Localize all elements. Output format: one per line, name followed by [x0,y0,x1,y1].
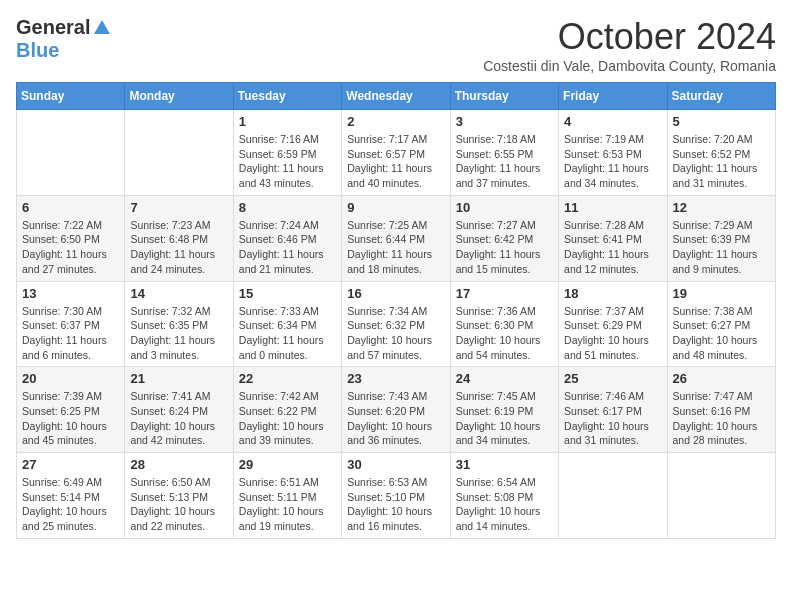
day-number: 19 [673,286,770,301]
month-title: October 2024 [483,16,776,58]
day-info: Sunrise: 7:29 AMSunset: 6:39 PMDaylight:… [673,218,770,277]
day-info: Sunrise: 7:27 AMSunset: 6:42 PMDaylight:… [456,218,553,277]
day-info: Sunrise: 7:34 AMSunset: 6:32 PMDaylight:… [347,304,444,363]
svg-marker-0 [94,20,110,34]
day-info: Sunrise: 7:33 AMSunset: 6:34 PMDaylight:… [239,304,336,363]
day-number: 25 [564,371,661,386]
page-header: General Blue October 2024 Costestii din … [16,16,776,74]
day-number: 7 [130,200,227,215]
calendar-day-cell: 20Sunrise: 7:39 AMSunset: 6:25 PMDayligh… [17,367,125,453]
day-number: 1 [239,114,336,129]
day-info: Sunrise: 6:50 AMSunset: 5:13 PMDaylight:… [130,475,227,534]
calendar-day-cell: 25Sunrise: 7:46 AMSunset: 6:17 PMDayligh… [559,367,667,453]
day-of-week-header: Friday [559,83,667,110]
day-info: Sunrise: 7:18 AMSunset: 6:55 PMDaylight:… [456,132,553,191]
calendar-day-cell: 30Sunrise: 6:53 AMSunset: 5:10 PMDayligh… [342,453,450,539]
calendar-day-cell: 13Sunrise: 7:30 AMSunset: 6:37 PMDayligh… [17,281,125,367]
calendar-week-row: 6Sunrise: 7:22 AMSunset: 6:50 PMDaylight… [17,195,776,281]
day-info: Sunrise: 7:20 AMSunset: 6:52 PMDaylight:… [673,132,770,191]
day-info: Sunrise: 7:28 AMSunset: 6:41 PMDaylight:… [564,218,661,277]
day-number: 26 [673,371,770,386]
calendar-day-cell: 29Sunrise: 6:51 AMSunset: 5:11 PMDayligh… [233,453,341,539]
day-of-week-header: Tuesday [233,83,341,110]
calendar-day-cell: 14Sunrise: 7:32 AMSunset: 6:35 PMDayligh… [125,281,233,367]
calendar-day-cell: 5Sunrise: 7:20 AMSunset: 6:52 PMDaylight… [667,110,775,196]
calendar-week-row: 1Sunrise: 7:16 AMSunset: 6:59 PMDaylight… [17,110,776,196]
day-info: Sunrise: 7:41 AMSunset: 6:24 PMDaylight:… [130,389,227,448]
day-info: Sunrise: 6:53 AMSunset: 5:10 PMDaylight:… [347,475,444,534]
day-info: Sunrise: 7:42 AMSunset: 6:22 PMDaylight:… [239,389,336,448]
calendar-day-cell [125,110,233,196]
day-info: Sunrise: 7:32 AMSunset: 6:35 PMDaylight:… [130,304,227,363]
day-info: Sunrise: 6:51 AMSunset: 5:11 PMDaylight:… [239,475,336,534]
day-number: 17 [456,286,553,301]
day-number: 28 [130,457,227,472]
calendar-day-cell: 17Sunrise: 7:36 AMSunset: 6:30 PMDayligh… [450,281,558,367]
day-number: 31 [456,457,553,472]
day-info: Sunrise: 7:37 AMSunset: 6:29 PMDaylight:… [564,304,661,363]
calendar-table: SundayMondayTuesdayWednesdayThursdayFrid… [16,82,776,539]
day-of-week-header: Sunday [17,83,125,110]
day-number: 22 [239,371,336,386]
day-info: Sunrise: 7:46 AMSunset: 6:17 PMDaylight:… [564,389,661,448]
calendar-day-cell: 19Sunrise: 7:38 AMSunset: 6:27 PMDayligh… [667,281,775,367]
calendar-day-cell: 21Sunrise: 7:41 AMSunset: 6:24 PMDayligh… [125,367,233,453]
calendar-day-cell: 12Sunrise: 7:29 AMSunset: 6:39 PMDayligh… [667,195,775,281]
calendar-day-cell: 10Sunrise: 7:27 AMSunset: 6:42 PMDayligh… [450,195,558,281]
calendar-day-cell: 8Sunrise: 7:24 AMSunset: 6:46 PMDaylight… [233,195,341,281]
day-number: 15 [239,286,336,301]
day-info: Sunrise: 7:43 AMSunset: 6:20 PMDaylight:… [347,389,444,448]
day-info: Sunrise: 6:54 AMSunset: 5:08 PMDaylight:… [456,475,553,534]
day-number: 20 [22,371,119,386]
day-info: Sunrise: 7:19 AMSunset: 6:53 PMDaylight:… [564,132,661,191]
day-number: 16 [347,286,444,301]
calendar-day-cell: 18Sunrise: 7:37 AMSunset: 6:29 PMDayligh… [559,281,667,367]
day-number: 11 [564,200,661,215]
calendar-day-cell: 9Sunrise: 7:25 AMSunset: 6:44 PMDaylight… [342,195,450,281]
day-info: Sunrise: 7:47 AMSunset: 6:16 PMDaylight:… [673,389,770,448]
calendar-week-row: 13Sunrise: 7:30 AMSunset: 6:37 PMDayligh… [17,281,776,367]
day-info: Sunrise: 7:25 AMSunset: 6:44 PMDaylight:… [347,218,444,277]
day-number: 29 [239,457,336,472]
calendar-day-cell: 24Sunrise: 7:45 AMSunset: 6:19 PMDayligh… [450,367,558,453]
calendar-day-cell: 15Sunrise: 7:33 AMSunset: 6:34 PMDayligh… [233,281,341,367]
day-info: Sunrise: 7:36 AMSunset: 6:30 PMDaylight:… [456,304,553,363]
logo-general-text: General [16,16,90,39]
calendar-day-cell: 16Sunrise: 7:34 AMSunset: 6:32 PMDayligh… [342,281,450,367]
logo-blue-text: Blue [16,39,59,62]
day-number: 5 [673,114,770,129]
day-number: 12 [673,200,770,215]
day-info: Sunrise: 7:30 AMSunset: 6:37 PMDaylight:… [22,304,119,363]
day-number: 9 [347,200,444,215]
calendar-day-cell: 28Sunrise: 6:50 AMSunset: 5:13 PMDayligh… [125,453,233,539]
calendar-day-cell [17,110,125,196]
calendar-header-row: SundayMondayTuesdayWednesdayThursdayFrid… [17,83,776,110]
calendar-day-cell: 23Sunrise: 7:43 AMSunset: 6:20 PMDayligh… [342,367,450,453]
day-info: Sunrise: 7:39 AMSunset: 6:25 PMDaylight:… [22,389,119,448]
title-section: October 2024 Costestii din Vale, Dambovi… [483,16,776,74]
day-of-week-header: Saturday [667,83,775,110]
calendar-week-row: 20Sunrise: 7:39 AMSunset: 6:25 PMDayligh… [17,367,776,453]
day-number: 8 [239,200,336,215]
day-number: 14 [130,286,227,301]
day-number: 6 [22,200,119,215]
day-number: 10 [456,200,553,215]
day-of-week-header: Thursday [450,83,558,110]
day-info: Sunrise: 7:38 AMSunset: 6:27 PMDaylight:… [673,304,770,363]
day-info: Sunrise: 7:16 AMSunset: 6:59 PMDaylight:… [239,132,336,191]
calendar-week-row: 27Sunrise: 6:49 AMSunset: 5:14 PMDayligh… [17,453,776,539]
day-number: 2 [347,114,444,129]
calendar-day-cell: 6Sunrise: 7:22 AMSunset: 6:50 PMDaylight… [17,195,125,281]
day-number: 13 [22,286,119,301]
day-of-week-header: Wednesday [342,83,450,110]
day-number: 18 [564,286,661,301]
calendar-day-cell: 2Sunrise: 7:17 AMSunset: 6:57 PMDaylight… [342,110,450,196]
calendar-day-cell: 7Sunrise: 7:23 AMSunset: 6:48 PMDaylight… [125,195,233,281]
calendar-day-cell: 26Sunrise: 7:47 AMSunset: 6:16 PMDayligh… [667,367,775,453]
day-info: Sunrise: 7:17 AMSunset: 6:57 PMDaylight:… [347,132,444,191]
day-number: 24 [456,371,553,386]
calendar-day-cell: 11Sunrise: 7:28 AMSunset: 6:41 PMDayligh… [559,195,667,281]
calendar-day-cell: 31Sunrise: 6:54 AMSunset: 5:08 PMDayligh… [450,453,558,539]
calendar-day-cell: 4Sunrise: 7:19 AMSunset: 6:53 PMDaylight… [559,110,667,196]
calendar-day-cell [667,453,775,539]
